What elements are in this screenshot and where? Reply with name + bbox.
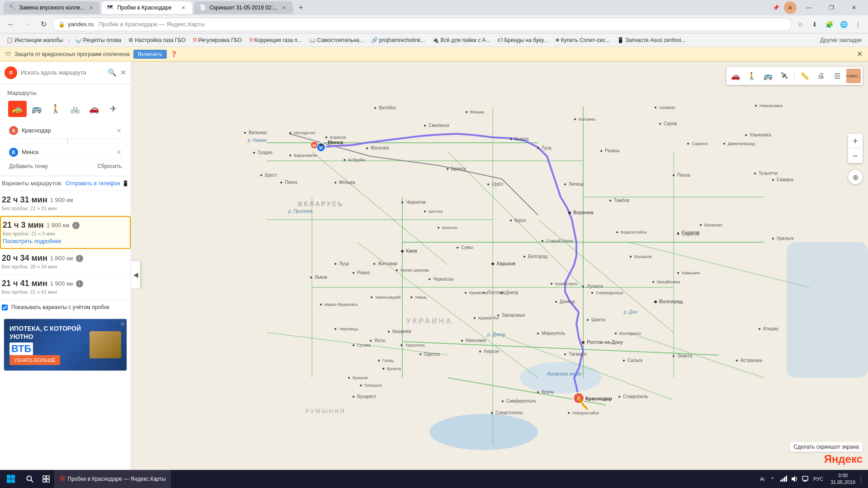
bookmark-0[interactable]: 📋 Инстанции жалобы bbox=[4, 36, 66, 44]
taskbar-browser-item[interactable]: Я Пробки в Краснодаре — Яндекс.Карты bbox=[54, 470, 171, 488]
bookmark-1[interactable]: 🍚 Рецепты плова bbox=[72, 36, 124, 44]
transport-car-btn[interactable]: 🚗 bbox=[85, 101, 104, 117]
transit-toggle-btn[interactable]: 🚌 bbox=[761, 69, 775, 83]
svg-text:Белгород: Белгород bbox=[528, 254, 548, 259]
route1-info-icon[interactable]: i bbox=[72, 222, 80, 229]
bookmark-3[interactable]: Я Регулировка ГБО bbox=[190, 36, 244, 44]
download-icon[interactable]: ⬇ bbox=[808, 18, 821, 31]
start-button[interactable] bbox=[0, 470, 22, 488]
enable-protection-btn[interactable]: Включить bbox=[133, 50, 167, 59]
svg-point-82 bbox=[537, 391, 539, 393]
bookmark-6[interactable]: 🔗 projhamrecholink... bbox=[368, 36, 428, 44]
point-b-clear-btn[interactable]: ✕ bbox=[116, 149, 122, 156]
transport-bike-btn[interactable]: 🚲 bbox=[66, 101, 85, 117]
route-item-2[interactable]: 20 ч 34 мин 1 800 км i Без пробок: 20 ч … bbox=[0, 249, 131, 274]
minimize-btn[interactable]: — bbox=[798, 0, 819, 15]
point-b-text[interactable]: Минск bbox=[22, 149, 113, 155]
settings-icon[interactable]: ⋮ bbox=[852, 18, 864, 31]
address-bar[interactable]: 🔒 yandex.ru Пробки в Краснодаре — Яндекс… bbox=[52, 18, 792, 31]
bookmark-10[interactable]: 📱 Запчасти Asus zenfoni... bbox=[614, 36, 689, 44]
tab3-close-btn[interactable]: ✕ bbox=[280, 4, 288, 11]
transport-plane-btn[interactable]: ✈ bbox=[104, 101, 123, 117]
svg-point-147 bbox=[360, 385, 362, 386]
sidebar-toggle-btn[interactable]: ◀ bbox=[131, 261, 140, 288]
back-btn[interactable]: ← bbox=[4, 17, 18, 32]
extensions-icon[interactable]: 🧩 bbox=[823, 18, 835, 31]
bookmark-4[interactable]: Я Коррекция газа п... bbox=[246, 36, 305, 44]
tray-action-center-icon[interactable] bbox=[801, 474, 810, 483]
ruler-btn[interactable]: 📏 bbox=[797, 69, 812, 83]
svg-text:Львов: Львов bbox=[315, 275, 327, 280]
point-a-clear-btn[interactable]: ✕ bbox=[116, 127, 122, 134]
reload-btn[interactable]: ↻ bbox=[36, 17, 51, 32]
bookmark-8[interactable]: 🏷 Бренды на буку... bbox=[495, 36, 550, 44]
traffic-toggle-btn[interactable]: 🚗 bbox=[728, 69, 743, 83]
bookmark-9[interactable]: ❄ Купить Сплит-сис... bbox=[552, 36, 613, 44]
keyboard-lang-indicator[interactable]: РУС bbox=[811, 476, 825, 482]
route-item-3[interactable]: 21 ч 41 мин 1 900 км i Без пробок: 21 ч … bbox=[0, 274, 131, 300]
map-area[interactable]: ◀ Азовское море bbox=[131, 61, 868, 488]
add-point-btn[interactable]: Добавить точку bbox=[9, 163, 48, 169]
ai-tray-text[interactable]: Ai bbox=[758, 476, 766, 482]
new-tab-btn[interactable]: + bbox=[295, 1, 307, 14]
browser-tab-2[interactable]: 🗺 Пробки в Краснодаре ✕ bbox=[102, 1, 192, 14]
task-view-btn[interactable] bbox=[38, 470, 54, 488]
tab1-close-btn[interactable]: ✕ bbox=[87, 4, 94, 11]
transport-taxi-btn[interactable]: 🚕 bbox=[8, 101, 27, 117]
profile-btn[interactable]: А bbox=[784, 1, 797, 14]
tray-network-icon[interactable] bbox=[779, 474, 788, 483]
transport-bus-btn[interactable]: 🚌 bbox=[28, 101, 46, 117]
reset-route-btn[interactable]: Сбросить bbox=[98, 163, 122, 169]
point-a-text[interactable]: Краснодар bbox=[22, 127, 113, 134]
map-profile-btn[interactable]: Алекс... bbox=[846, 69, 861, 83]
globe-icon[interactable]: 🌐 bbox=[837, 18, 850, 31]
search-submit-btn[interactable]: 🔍 bbox=[108, 68, 117, 77]
svg-point-194 bbox=[655, 107, 656, 108]
print-btn[interactable]: 🖨 bbox=[814, 69, 828, 83]
bookmark-7[interactable]: 🔌 Всё для пайки с А... bbox=[429, 36, 493, 44]
more-tools-btn[interactable]: ☰ bbox=[830, 69, 844, 83]
ad-text-block: ИПОТЕКА, С КОТОРОЙ УЮТНО ВТБ УЗНАТЬ БОЛЬ… bbox=[9, 324, 85, 365]
close-btn[interactable]: ✕ bbox=[844, 0, 864, 15]
jams-checkbox[interactable] bbox=[2, 305, 8, 310]
ad-learn-more-btn[interactable]: УЗНАТЬ БОЛЬШЕ bbox=[9, 355, 60, 365]
show-desktop-btn[interactable] bbox=[861, 474, 864, 483]
zoom-out-btn[interactable]: − bbox=[848, 149, 863, 163]
satellite-toggle-btn[interactable]: 🛰 bbox=[777, 69, 792, 83]
restore-btn[interactable]: ❐ bbox=[821, 0, 842, 15]
tab2-close-btn[interactable]: ✕ bbox=[179, 4, 187, 11]
pin-icon[interactable]: 📌 bbox=[769, 1, 782, 14]
route1-detail-link[interactable]: Посмотреть подробнее bbox=[3, 238, 128, 244]
profile-avatar[interactable]: А bbox=[784, 1, 797, 14]
pedestrian-toggle-btn[interactable]: 🚶 bbox=[745, 69, 759, 83]
svg-point-169 bbox=[244, 132, 246, 134]
send-to-phone-btn[interactable]: Отправить в телефон 📱 bbox=[66, 180, 129, 187]
svg-text:Балашов: Балашов bbox=[634, 254, 651, 259]
bookmark-2[interactable]: ⚙ Настройка газа ГБО bbox=[126, 36, 188, 44]
bookmark-5[interactable]: 📖 Самостоятельна... bbox=[307, 36, 367, 44]
ad-close-btn[interactable]: ✕ bbox=[120, 321, 125, 327]
transport-walk-btn[interactable]: 🚶 bbox=[47, 101, 65, 117]
search-clear-btn[interactable]: ✕ bbox=[120, 68, 126, 77]
taskbar-clock[interactable]: 3:00 31.05.2019 bbox=[827, 472, 859, 486]
route3-info-icon[interactable]: i bbox=[76, 280, 83, 287]
svg-point-121 bbox=[429, 278, 430, 280]
route-item-0[interactable]: 22 ч 31 мин 1 900 км Без пробок: 22 ч 31… bbox=[0, 191, 131, 216]
route-item-1[interactable]: 21 ч 3 мин 1 900 км i Без пробок: 21 ч 3… bbox=[0, 216, 131, 249]
zoom-in-btn[interactable]: + bbox=[848, 134, 863, 148]
bookmarks-more-btn[interactable]: Другие закладки bbox=[817, 36, 864, 44]
bookmark-star-icon[interactable]: ☆ bbox=[794, 18, 807, 31]
forward-btn[interactable]: → bbox=[20, 17, 34, 32]
security-info-icon[interactable]: ❓ bbox=[170, 51, 177, 57]
tray-volume-icon[interactable] bbox=[790, 474, 799, 483]
security-close-btn[interactable]: ✕ bbox=[857, 50, 863, 58]
taskbar-search-btn[interactable] bbox=[22, 470, 38, 488]
compass-btn[interactable]: ⊕ bbox=[848, 170, 863, 184]
tray-chevron-icon[interactable]: ^ bbox=[768, 474, 777, 483]
screenshot-btn[interactable]: Сделать скриншот экрана bbox=[790, 442, 863, 452]
browser-tab-3[interactable]: 📄 Скриншот 31-05-2019 02:... ✕ bbox=[194, 1, 292, 14]
svg-point-207 bbox=[723, 143, 725, 145]
browser-tab-1[interactable]: 🔧 Замена впускного колле... ✕ bbox=[4, 1, 100, 14]
route2-info-icon[interactable]: i bbox=[76, 255, 83, 262]
search-input[interactable] bbox=[21, 66, 104, 80]
